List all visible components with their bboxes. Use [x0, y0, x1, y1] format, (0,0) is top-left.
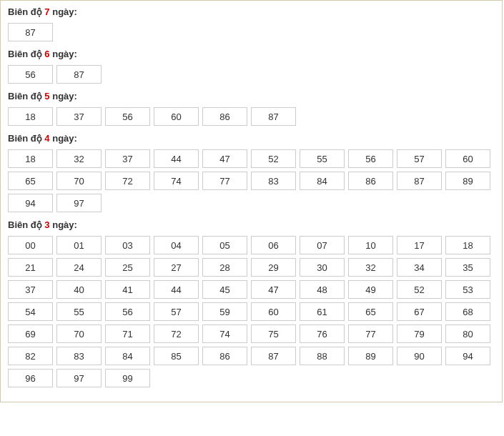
number-cell: 25	[105, 258, 150, 277]
number-cell: 94	[445, 347, 490, 365]
number-cell: 79	[397, 324, 442, 343]
number-grid: 87	[8, 23, 495, 41]
number-cell: 52	[251, 149, 296, 168]
number-grid: 5687	[8, 65, 495, 84]
number-cell: 56	[348, 149, 393, 168]
number-cell: 72	[154, 324, 199, 343]
title-days: 3	[44, 219, 49, 230]
number-cell: 35	[445, 258, 490, 277]
number-cell: 74	[202, 324, 247, 343]
number-cell: 32	[56, 149, 102, 168]
number-cell: 03	[105, 236, 150, 254]
title-days: 4	[44, 133, 49, 144]
number-cell: 45	[202, 280, 247, 299]
section-title: Biên độ 6 ngày:	[8, 49, 495, 59]
number-cell: 83	[56, 347, 102, 365]
number-cell: 17	[397, 236, 442, 254]
number-cell: 65	[348, 302, 393, 321]
number-cell: 55	[300, 149, 345, 168]
number-cell: 56	[8, 65, 53, 84]
number-cell: 56	[105, 107, 150, 126]
amplitude-panel: Biên độ 7 ngày:87Biên độ 6 ngày:5687Biên…	[0, 0, 503, 402]
number-cell: 53	[445, 280, 490, 299]
amplitude-section: Biên độ 5 ngày:183756608687	[8, 91, 495, 126]
number-cell: 37	[56, 107, 102, 126]
number-cell: 55	[56, 302, 102, 321]
number-cell: 06	[251, 236, 296, 254]
number-cell: 56	[105, 302, 150, 321]
number-cell: 75	[251, 324, 296, 343]
title-days: 5	[44, 91, 49, 101]
title-suffix: ngày:	[50, 49, 77, 59]
number-cell: 80	[445, 324, 490, 343]
title-suffix: ngày:	[50, 91, 77, 101]
number-cell: 86	[348, 172, 393, 190]
number-cell: 21	[8, 258, 53, 277]
number-cell: 83	[251, 172, 296, 190]
number-cell: 44	[154, 280, 199, 299]
number-cell: 89	[348, 347, 393, 365]
number-cell: 99	[105, 369, 150, 387]
number-cell: 87	[251, 347, 296, 365]
title-days: 7	[44, 6, 49, 17]
number-cell: 65	[8, 172, 53, 190]
number-cell: 30	[300, 258, 345, 277]
number-cell: 18	[8, 149, 53, 168]
number-cell: 87	[397, 172, 442, 190]
number-cell: 60	[251, 302, 296, 321]
number-cell: 32	[348, 258, 393, 277]
number-cell: 48	[300, 280, 345, 299]
number-cell: 70	[56, 172, 102, 190]
number-cell: 59	[202, 302, 247, 321]
number-cell: 24	[56, 258, 102, 277]
title-prefix: Biên độ	[8, 49, 44, 59]
number-grid: 1832374447525556576065707274778384868789…	[8, 149, 495, 212]
section-title: Biên độ 5 ngày:	[8, 91, 495, 101]
number-cell: 47	[202, 149, 247, 168]
amplitude-section: Biên độ 4 ngày:1832374447525556576065707…	[8, 133, 495, 212]
number-cell: 71	[105, 324, 150, 343]
number-cell: 69	[8, 324, 53, 343]
title-prefix: Biên độ	[8, 6, 44, 17]
number-cell: 97	[56, 194, 102, 212]
number-cell: 97	[56, 369, 102, 387]
number-cell: 60	[445, 149, 490, 168]
number-cell: 96	[8, 369, 53, 387]
amplitude-section: Biên độ 3 ngày:0001030405060710171821242…	[8, 219, 495, 387]
number-cell: 28	[202, 258, 247, 277]
number-cell: 87	[8, 23, 53, 41]
number-cell: 87	[251, 107, 296, 126]
title-days: 6	[44, 49, 49, 59]
number-cell: 94	[8, 194, 53, 212]
number-cell: 86	[202, 107, 247, 126]
number-cell: 85	[154, 347, 199, 365]
number-cell: 41	[105, 280, 150, 299]
number-cell: 60	[154, 107, 199, 126]
number-cell: 74	[154, 172, 199, 190]
number-cell: 57	[397, 149, 442, 168]
number-cell: 18	[445, 236, 490, 254]
number-cell: 01	[56, 236, 102, 254]
number-cell: 84	[105, 347, 150, 365]
number-cell: 67	[397, 302, 442, 321]
number-cell: 44	[154, 149, 199, 168]
number-cell: 87	[56, 65, 102, 84]
section-title: Biên độ 3 ngày:	[8, 219, 495, 230]
number-cell: 00	[8, 236, 53, 254]
title-prefix: Biên độ	[8, 133, 44, 144]
number-cell: 34	[397, 258, 442, 277]
number-cell: 05	[202, 236, 247, 254]
number-cell: 49	[348, 280, 393, 299]
amplitude-section: Biên độ 7 ngày:87	[8, 6, 495, 41]
number-cell: 70	[56, 324, 102, 343]
number-cell: 77	[348, 324, 393, 343]
number-cell: 37	[105, 149, 150, 168]
number-cell: 68	[445, 302, 490, 321]
number-cell: 76	[300, 324, 345, 343]
number-cell: 57	[154, 302, 199, 321]
number-cell: 07	[300, 236, 345, 254]
section-title: Biên độ 4 ngày:	[8, 133, 495, 144]
number-cell: 29	[251, 258, 296, 277]
title-suffix: ngày:	[50, 219, 77, 230]
number-cell: 84	[300, 172, 345, 190]
